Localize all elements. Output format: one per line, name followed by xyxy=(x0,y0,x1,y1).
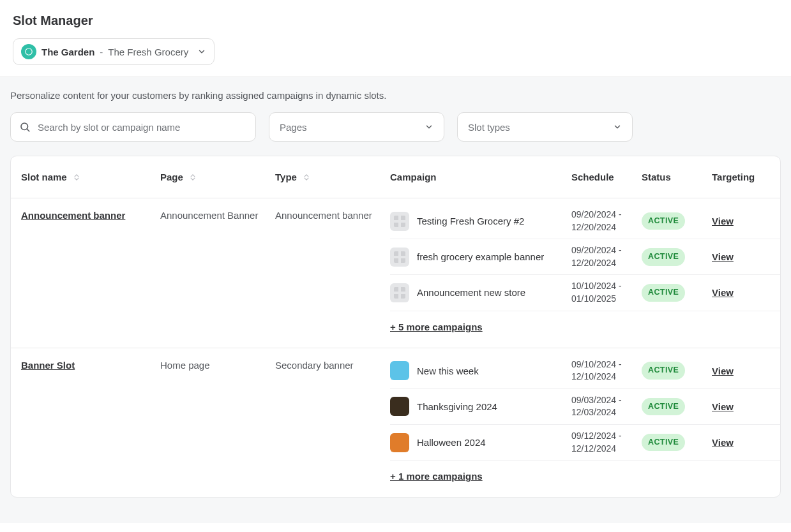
site-parent: The Garden xyxy=(41,45,94,59)
campaign-schedule: 09/20/2024 - 12/20/2024 xyxy=(571,244,642,269)
sort-icon xyxy=(72,173,81,182)
campaign-thumbnail-icon xyxy=(390,361,409,380)
col-schedule-label: Schedule xyxy=(571,170,614,184)
pages-filter[interactable]: Pages xyxy=(269,112,444,142)
site-logo-icon xyxy=(21,44,36,59)
campaign-row: Announcement new store10/10/2024 - 01/10… xyxy=(390,275,781,311)
status-badge: ACTIVE xyxy=(642,434,685,452)
campaign-thumbnail-icon xyxy=(390,397,409,416)
col-schedule: Schedule xyxy=(571,170,642,184)
page-title: Slot Manager xyxy=(13,11,778,29)
campaign-thumbnail-icon xyxy=(390,433,409,452)
search-icon xyxy=(19,121,31,133)
site-child: The Fresh Grocery xyxy=(108,45,188,59)
col-status: Status xyxy=(642,170,712,184)
col-slot-name-label: Slot name xyxy=(21,170,67,184)
campaign-title: Announcement new store xyxy=(417,286,525,299)
slot-page: Announcement Banner xyxy=(160,209,275,337)
col-page-label: Page xyxy=(160,170,183,184)
campaign-thumbnail-icon xyxy=(390,283,409,302)
more-campaigns-link[interactable]: + 1 more campaigns xyxy=(390,461,781,487)
status-badge: ACTIVE xyxy=(642,284,685,302)
slot-types-filter-label: Slot types xyxy=(468,121,510,134)
campaign-schedule: 09/20/2024 - 12/20/2024 xyxy=(571,209,642,233)
col-targeting-label: Targeting xyxy=(712,170,755,184)
search-input[interactable] xyxy=(10,112,256,142)
campaigns-column: New this week09/10/2024 - 12/10/2024ACTI… xyxy=(390,358,781,487)
chevron-down-icon xyxy=(613,122,622,131)
status-badge: ACTIVE xyxy=(642,212,685,230)
campaigns-column: Testing Fresh Grocery #209/20/2024 - 12/… xyxy=(390,209,781,337)
sort-icon xyxy=(302,173,311,182)
chevron-down-icon xyxy=(197,47,206,56)
targeting-view-link[interactable]: View xyxy=(712,437,734,448)
slot-name-link[interactable]: Banner Slot xyxy=(21,360,75,371)
slots-table: Slot name Page Type Campaign Schedule St… xyxy=(10,156,781,498)
campaign-row: fresh grocery example banner09/20/2024 -… xyxy=(390,239,781,275)
campaign-thumbnail-icon xyxy=(390,212,409,231)
col-type-label: Type xyxy=(275,170,297,184)
more-campaigns-link[interactable]: + 5 more campaigns xyxy=(390,311,781,337)
slot-group: Announcement bannerAnnouncement BannerAn… xyxy=(11,198,780,348)
status-badge: ACTIVE xyxy=(642,362,685,380)
campaign-title: Thanksgiving 2024 xyxy=(417,400,497,413)
targeting-view-link[interactable]: View xyxy=(712,251,734,262)
pages-filter-label: Pages xyxy=(280,121,307,134)
slot-type: Secondary banner xyxy=(275,358,390,487)
campaign-schedule: 10/10/2024 - 01/10/2025 xyxy=(571,280,642,305)
status-badge: ACTIVE xyxy=(642,398,685,416)
chevron-down-icon xyxy=(425,122,433,131)
campaign-title: New this week xyxy=(417,364,479,378)
search-wrapper xyxy=(10,112,256,142)
site-separator: - xyxy=(100,45,103,59)
campaign-thumbnail-icon xyxy=(390,248,409,267)
slot-type: Announcement banner xyxy=(275,209,390,337)
slot-name-link[interactable]: Announcement banner xyxy=(21,210,125,221)
campaign-row: Halloween 202409/12/2024 - 12/12/2024ACT… xyxy=(390,425,781,461)
campaign-title: Halloween 2024 xyxy=(417,436,486,449)
campaign-row: New this week09/10/2024 - 12/10/2024ACTI… xyxy=(390,358,781,389)
targeting-view-link[interactable]: View xyxy=(712,401,734,412)
campaign-schedule: 09/10/2024 - 12/10/2024 xyxy=(571,358,642,383)
col-campaign: Campaign xyxy=(390,170,571,184)
col-targeting: Targeting xyxy=(712,170,781,184)
status-badge: ACTIVE xyxy=(642,248,685,266)
svg-point-0 xyxy=(26,48,33,55)
sort-icon xyxy=(188,173,197,182)
targeting-view-link[interactable]: View xyxy=(712,216,734,226)
campaign-row: Testing Fresh Grocery #209/20/2024 - 12/… xyxy=(390,209,781,239)
campaign-schedule: 09/12/2024 - 12/12/2024 xyxy=(571,430,642,455)
targeting-view-link[interactable]: View xyxy=(712,366,734,376)
slot-page: Home page xyxy=(160,358,275,487)
campaign-title: fresh grocery example banner xyxy=(417,250,544,263)
slot-group: Banner SlotHome pageSecondary bannerNew … xyxy=(11,348,780,498)
site-picker[interactable]: The Garden - The Fresh Grocery xyxy=(13,38,215,65)
col-campaign-label: Campaign xyxy=(390,170,437,184)
col-status-label: Status xyxy=(642,170,671,184)
page-subtitle: Personalize content for your customers b… xyxy=(10,89,781,102)
svg-line-2 xyxy=(27,129,29,131)
targeting-view-link[interactable]: View xyxy=(712,287,734,298)
campaign-title: Testing Fresh Grocery #2 xyxy=(417,214,524,228)
table-header: Slot name Page Type Campaign Schedule St… xyxy=(11,156,780,198)
campaign-row: Thanksgiving 202409/03/2024 - 12/03/2024… xyxy=(390,389,781,425)
col-page[interactable]: Page xyxy=(160,170,275,184)
col-slot-name[interactable]: Slot name xyxy=(21,170,160,184)
slot-types-filter[interactable]: Slot types xyxy=(457,112,633,142)
col-type[interactable]: Type xyxy=(275,170,390,184)
campaign-schedule: 09/03/2024 - 12/03/2024 xyxy=(571,394,642,419)
